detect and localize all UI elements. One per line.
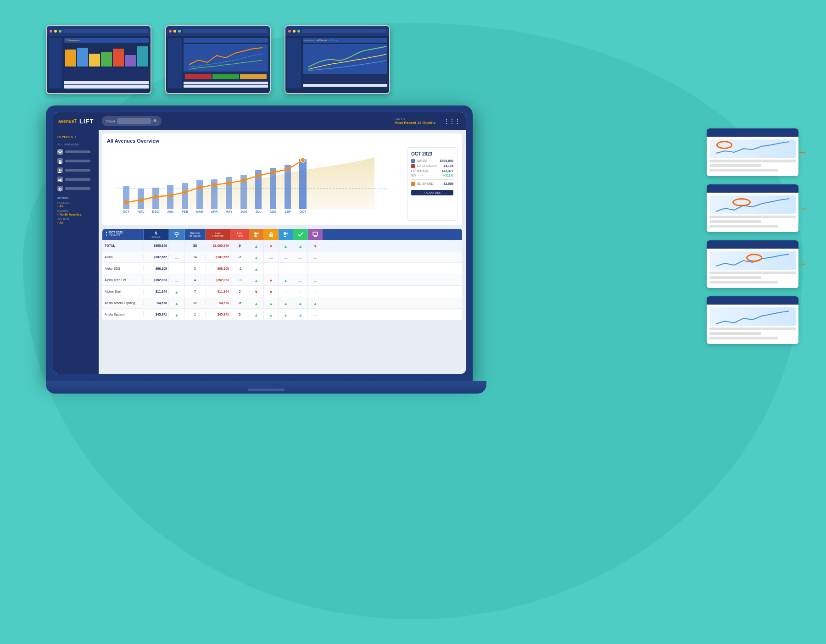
table-row[interactable]: Aleko SDS $68,109 — 5 $68,109 -1 ▲ — — —… [102,263,462,274]
cell-lost-rev: $4,570 [206,300,231,306]
cell-lost-rank: 2 [231,289,249,294]
table-row[interactable]: Arista Amora Lighting $4,570 ▲ 12 $4,570… [102,297,462,309]
sidebar-item-wifi[interactable] [53,147,99,156]
sidebar-item-label [65,150,90,153]
app-body: REPORTS ‹ ALL AVENUES [53,130,466,374]
annotation-group-2: → [707,184,808,232]
cell-issues: 5 [185,266,206,272]
sidebar-all-avenues-title: ALL AVENUES [53,140,99,147]
cell-brand: Alpha Tech Pet [102,277,144,283]
svg-point-24 [183,190,187,194]
gear-icon [57,186,63,191]
grid-icon[interactable]: ⋮⋮⋮ [444,118,460,124]
sidebar-item-megaphone[interactable] [53,175,99,184]
sidebar-item-label [65,187,90,190]
cell-c3: ▲ [279,309,293,320]
cell-wifi: — [169,251,185,262]
svg-point-20 [124,200,128,204]
cell-c1: ▲ [249,274,264,285]
table-row[interactable]: Aleko $107,662 — 14 $107,662 -2 ▲ — — — … [102,251,462,263]
cell-issues: 1 [185,311,206,317]
table-row[interactable]: Alpine Start $11,344 ▲ 7 $11,344 2 ▼ ▼ —… [102,286,462,297]
table-row[interactable]: Alpha Tech Pet $152,023 — 4 $152,023 +3 … [102,274,462,286]
app-window: avenue7 LIFT Client 🔍 DATES Most Recent … [53,112,466,374]
cell-wifi: — [169,263,185,274]
screenshot-thumb-3[interactable]: ● Amazon ● Walmart ● Shopify [285,25,390,94]
svg-point-64 [286,233,288,234]
region-filter-value[interactable]: • North America [57,213,94,216]
cell-lost-rank: -1 [231,266,249,272]
svg-point-29 [257,174,260,178]
svg-point-4 [59,189,61,190]
cell-c4: ▲ [293,309,308,320]
cell-wifi: ▲ [169,286,185,297]
annotation-group-3: → [707,240,808,288]
sidebar-reports[interactable]: REPORTS ‹ [53,133,99,140]
cell-issues: 14 [185,254,206,260]
annotation-panel-4 [707,296,798,344]
cell-c3: ▲ [279,297,293,308]
svg-point-26 [212,183,216,187]
cell-c2: ▼ [264,286,279,297]
search-input-sim[interactable] [117,118,152,124]
panel-month: OCT 2023 [411,151,453,156]
table-rows: TOTAL $995,840 — 55 $1,005,840 0 ▲ ▼ ▲ ▲… [102,240,462,320]
icon-col-1-header [249,229,264,240]
cell-wifi: ▲ [169,297,185,308]
panel-forecast-row: FORECAST $72,377 [411,169,453,172]
sidebar-item-lock[interactable] [53,156,99,166]
lost-rev-col-header: Lost Revenue [206,229,231,240]
product-filter-value[interactable]: • All [57,205,94,208]
cell-issues: 12 [185,300,206,306]
icon-col-2-header [264,229,279,240]
sidebar-item-gear[interactable] [53,184,99,193]
chart-main: OCT 2022 NOV 2022 DEC 2022 JAN 2023 FEB [107,147,403,221]
source-filter-value[interactable]: • All [57,221,94,224]
cell-c5: ▼ [308,240,323,251]
svg-rect-65 [313,232,318,235]
cell-issues: 55 [185,243,206,249]
cell-c4: ▲ [293,297,308,308]
table-header: ▼ OCT 2023 ▼ BRANDS $ SALES N [102,229,462,240]
cell-lost-rank: +3 [231,277,249,283]
cell-c3: ▲ [279,274,293,285]
cell-c4: — [293,286,308,297]
icon-col-5-header [308,229,323,240]
dates-area: DATES Most Recent 13 Months [395,117,435,125]
cell-c3: — [279,286,293,297]
cell-c1: ▲ [249,251,264,262]
svg-text:MAY: MAY [226,210,233,213]
lift-logo: LIFT [79,118,94,125]
screenshot-thumb-2[interactable] [165,25,271,94]
search-bar[interactable]: Client 🔍 [102,116,162,126]
panel-lost-sales-row: LOST SALES $4,176 [411,164,453,168]
cell-wifi: — [169,240,185,251]
cell-brand: Arista Amora Lighting [102,300,144,306]
filters-title: FILTERS [57,197,94,200]
wifi-icon [57,149,63,155]
table-row[interactable]: Arista Badash $45,841 ▲ 1 $45,841 3 ▲ ▲ … [102,309,462,320]
dates-value[interactable]: Most Recent 13 Months [395,121,435,125]
brands-header: ▼ BRANDS [105,234,140,237]
table-row[interactable]: TOTAL $995,840 — 55 $1,005,840 0 ▲ ▼ ▲ ▲… [102,240,462,251]
cell-lost-rank: 0 [231,243,249,249]
laptop-container: avenue7 LIFT Client 🔍 DATES Most Recent … [46,105,486,417]
main-content: All Avenues Overview [99,130,466,374]
app-header: avenue7 LIFT Client 🔍 DATES Most Recent … [53,112,466,130]
cell-c5: — [308,286,323,297]
cell-c4: — [293,274,308,285]
laptop-screen: avenue7 LIFT Client 🔍 DATES Most Recent … [46,105,473,381]
svg-text:SEP: SEP [285,210,291,213]
chart-side-panel: OCT 2023 SALES $995,840 [407,147,458,221]
icon-col-3-header [279,229,293,240]
svg-text:NOV: NOV [137,210,145,213]
cell-c2: ▲ [264,309,279,320]
cell-c1: ▲ [249,263,264,274]
sidebar-item-users[interactable] [53,166,99,175]
laptop-base [46,381,486,394]
svg-point-59 [176,236,178,237]
add-line-button[interactable]: + ADD A LINE [411,190,453,195]
cell-c1: ▲ [249,240,264,251]
svg-rect-1 [59,161,61,164]
screenshot-thumb-1[interactable]: 7 Avenues [46,25,151,94]
